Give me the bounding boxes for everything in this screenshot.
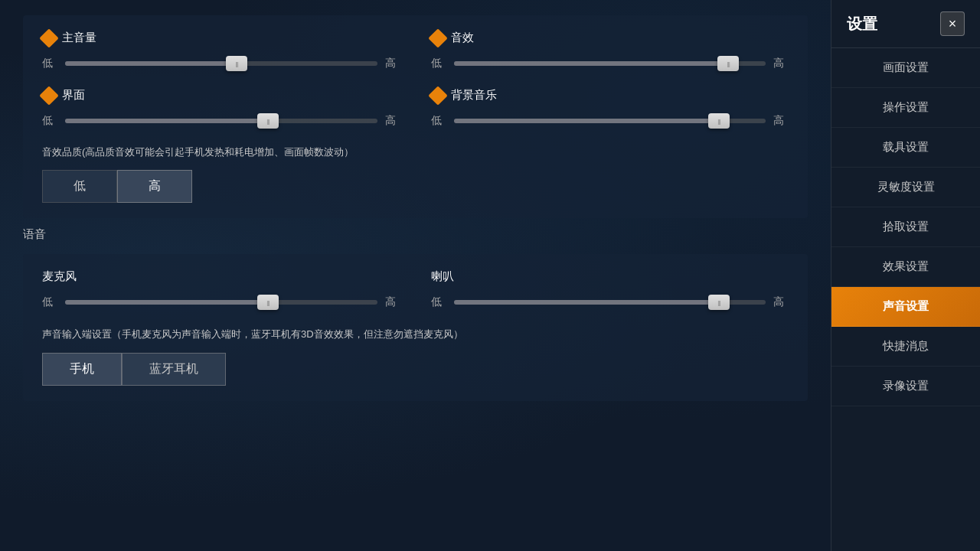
interface-fill <box>65 119 268 123</box>
sound-effect-track-row: 低 高 <box>431 54 789 73</box>
interface-thumb[interactable] <box>257 113 279 129</box>
bgm-slider[interactable] <box>454 112 766 130</box>
master-volume-track <box>65 61 377 66</box>
voice-panel: 麦克风 低 高 喇叭 <box>23 254 808 401</box>
microphone-slider[interactable] <box>65 293 377 311</box>
sidebar-item-screen[interactable]: 画面设置 <box>831 48 980 88</box>
speaker-track-row: 低 高 <box>431 293 789 311</box>
interface-track-row: 低 高 <box>42 112 400 130</box>
sidebar-item-vehicle[interactable]: 载具设置 <box>831 128 980 168</box>
device-section: 声音输入端设置（手机麦克风为声音输入端时，蓝牙耳机有3D音效效果，但注意勿遮挡麦… <box>42 327 789 386</box>
sound-effect-group: 音效 低 高 <box>431 31 789 73</box>
interface-label: 界面 <box>42 88 400 103</box>
audio-row-1: 主音量 低 高 音效 <box>42 31 789 73</box>
sidebar-item-recording[interactable]: 录像设置 <box>831 367 980 406</box>
quality-high-button[interactable]: 高 <box>117 170 192 203</box>
device-phone-button[interactable]: 手机 <box>42 353 122 386</box>
quality-low-button[interactable]: 低 <box>42 170 117 203</box>
sidebar-item-effect[interactable]: 效果设置 <box>831 247 980 287</box>
master-volume-thumb[interactable] <box>226 56 247 71</box>
interface-group: 界面 低 高 <box>42 88 400 130</box>
voice-section-title: 语音 <box>23 227 808 242</box>
sound-effect-track <box>454 61 766 66</box>
sound-effect-label: 音效 <box>431 31 789 45</box>
microphone-label: 麦克风 <box>42 269 400 284</box>
sidebar: 设置 × 画面设置 操作设置 载具设置 灵敏度设置 拾取设置 效果设置 声音设置… <box>831 0 980 551</box>
microphone-track-row: 低 高 <box>42 293 400 311</box>
microphone-group: 麦克风 低 高 <box>42 269 400 311</box>
interface-track <box>65 119 377 123</box>
speaker-slider[interactable] <box>454 293 766 311</box>
diamond-icon-master <box>39 28 58 47</box>
sound-effect-thumb[interactable] <box>717 56 739 71</box>
device-bluetooth-button[interactable]: 蓝牙耳机 <box>122 353 226 386</box>
device-buttons: 手机 蓝牙耳机 <box>42 353 789 386</box>
sidebar-item-sound[interactable]: 声音设置 <box>831 287 980 327</box>
diamond-icon-sfx <box>428 28 447 47</box>
sidebar-item-quick-message[interactable]: 快捷消息 <box>831 327 980 367</box>
bgm-track-row: 低 高 <box>431 112 789 130</box>
sidebar-title: 设置 <box>847 14 877 34</box>
bgm-label: 背景音乐 <box>431 88 789 103</box>
diamond-icon-bgm <box>428 86 447 105</box>
bgm-thumb[interactable] <box>708 113 730 129</box>
sidebar-item-control[interactable]: 操作设置 <box>831 88 980 128</box>
microphone-thumb[interactable] <box>257 295 279 310</box>
sound-effect-fill <box>454 61 729 66</box>
quality-buttons: 低 高 <box>42 170 789 203</box>
bgm-track <box>454 119 766 123</box>
master-volume-track-row: 低 高 <box>42 54 400 73</box>
speaker-track <box>454 300 766 305</box>
sidebar-header: 设置 × <box>831 0 980 48</box>
master-volume-label: 主音量 <box>42 31 400 45</box>
sidebar-item-pickup[interactable]: 拾取设置 <box>831 207 980 247</box>
master-volume-slider[interactable] <box>65 54 377 73</box>
bgm-group: 背景音乐 低 高 <box>431 88 789 130</box>
speaker-label: 喇叭 <box>431 269 789 284</box>
sound-effect-slider[interactable] <box>454 54 766 73</box>
audio-row-2: 界面 低 高 背景音乐 <box>42 88 789 130</box>
audio-panel: 主音量 低 高 音效 <box>23 15 808 218</box>
diamond-icon-interface <box>39 86 58 105</box>
master-volume-group: 主音量 低 高 <box>42 31 400 73</box>
speaker-thumb[interactable] <box>708 295 730 310</box>
quality-section: 音效品质(高品质音效可能会引起手机发热和耗电增加、画面帧数波动） 低 高 <box>42 145 789 203</box>
close-button[interactable]: × <box>940 11 965 36</box>
bgm-fill <box>454 119 719 123</box>
speaker-group: 喇叭 低 高 <box>431 269 789 311</box>
speaker-fill <box>454 300 719 305</box>
main-content: 主音量 低 高 音效 <box>0 0 831 551</box>
sidebar-item-sensitivity[interactable]: 灵敏度设置 <box>831 168 980 207</box>
microphone-fill <box>65 300 268 305</box>
voice-row-1: 麦克风 低 高 喇叭 <box>42 269 789 311</box>
master-volume-fill <box>65 61 237 66</box>
microphone-track <box>65 300 377 305</box>
interface-slider[interactable] <box>65 112 377 130</box>
